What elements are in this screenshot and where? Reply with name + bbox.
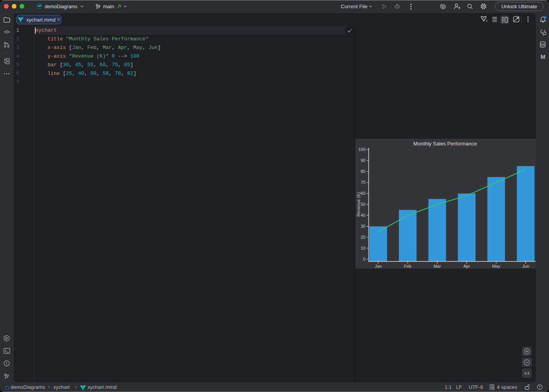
svg-text:50: 50 [361,202,365,207]
svg-text:20: 20 [361,235,365,240]
svg-text:May: May [492,264,500,269]
svg-text:Revenue (K): Revenue (K) [356,192,361,217]
svg-text:10: 10 [361,246,365,250]
svg-text:40: 40 [361,213,365,218]
svg-text:Mar: Mar [433,264,441,269]
svg-text:Apr: Apr [464,264,470,269]
svg-text:Jun: Jun [522,264,529,269]
svg-text:Monthly Sales Performance: Monthly Sales Performance [413,141,477,147]
svg-text:70: 70 [361,180,365,185]
svg-text:?: ? [485,19,487,23]
svg-text:100: 100 [358,147,365,152]
svg-text:90: 90 [361,158,365,163]
svg-text:30: 30 [361,224,365,229]
svg-text:Feb: Feb [404,264,411,269]
svg-text:60: 60 [361,191,365,196]
svg-text:80: 80 [361,169,365,174]
svg-text:0: 0 [363,257,365,261]
svg-text:Jan: Jan [375,264,382,269]
